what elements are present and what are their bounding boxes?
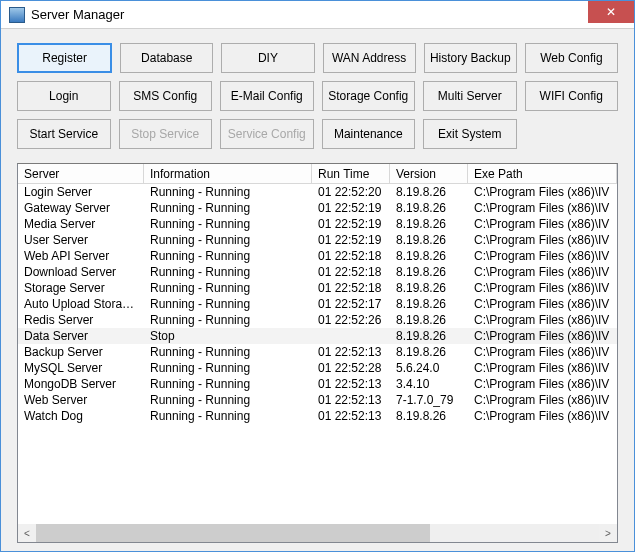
cell-version: 8.19.8.26 bbox=[390, 232, 468, 248]
table-row[interactable]: Storage ServerRunning - Running01 22:52:… bbox=[18, 280, 617, 296]
start-service-button[interactable]: Start Service bbox=[17, 119, 111, 149]
cell-version: 8.19.8.26 bbox=[390, 344, 468, 360]
button-row-2: LoginSMS ConfigE-Mail ConfigStorage Conf… bbox=[17, 81, 618, 111]
scroll-right-button[interactable]: > bbox=[599, 524, 617, 542]
chevron-left-icon: < bbox=[24, 528, 30, 539]
multi-server-button[interactable]: Multi Server bbox=[423, 81, 517, 111]
table-row[interactable]: Watch DogRunning - Running01 22:52:138.1… bbox=[18, 408, 617, 424]
button-label: History Backup bbox=[430, 51, 511, 65]
table-row[interactable]: Redis ServerRunning - Running01 22:52:26… bbox=[18, 312, 617, 328]
table-row[interactable]: Backup ServerRunning - Running01 22:52:1… bbox=[18, 344, 617, 360]
table-row[interactable]: Auto Upload Storage S...Running - Runnin… bbox=[18, 296, 617, 312]
exit-system-button[interactable]: Exit System bbox=[423, 119, 517, 149]
table-row[interactable]: User ServerRunning - Running01 22:52:198… bbox=[18, 232, 617, 248]
cell-server: Auto Upload Storage S... bbox=[18, 296, 144, 312]
table-row[interactable]: Data ServerStop8.19.8.26C:\Program Files… bbox=[18, 328, 617, 344]
cell-server: Web API Server bbox=[18, 248, 144, 264]
cell-version: 8.19.8.26 bbox=[390, 296, 468, 312]
wifi-config-button[interactable]: WIFI Config bbox=[525, 81, 619, 111]
table-row[interactable]: Download ServerRunning - Running01 22:52… bbox=[18, 264, 617, 280]
button-label: Maintenance bbox=[334, 127, 403, 141]
button-label: DIY bbox=[258, 51, 278, 65]
table-row[interactable]: Web ServerRunning - Running01 22:52:137-… bbox=[18, 392, 617, 408]
scroll-left-button[interactable]: < bbox=[18, 524, 36, 542]
col-exepath[interactable]: Exe Path bbox=[468, 164, 617, 183]
register-button[interactable]: Register bbox=[17, 43, 112, 73]
cell-runtime: 01 22:52:19 bbox=[312, 216, 390, 232]
stop-service-button: Stop Service bbox=[119, 119, 213, 149]
cell-exe: C:\Program Files (x86)\IV bbox=[468, 344, 617, 360]
col-version[interactable]: Version bbox=[390, 164, 468, 183]
e-mail-config-button[interactable]: E-Mail Config bbox=[220, 81, 314, 111]
cell-version: 8.19.8.26 bbox=[390, 200, 468, 216]
button-label: Service Config bbox=[228, 127, 306, 141]
scroll-track[interactable] bbox=[36, 524, 599, 542]
cell-version: 8.19.8.26 bbox=[390, 248, 468, 264]
cell-runtime: 01 22:52:13 bbox=[312, 376, 390, 392]
cell-server: Redis Server bbox=[18, 312, 144, 328]
table-row[interactable]: Web API ServerRunning - Running01 22:52:… bbox=[18, 248, 617, 264]
table-row[interactable]: MySQL ServerRunning - Running01 22:52:28… bbox=[18, 360, 617, 376]
col-server[interactable]: Server bbox=[18, 164, 144, 183]
storage-config-button[interactable]: Storage Config bbox=[322, 81, 416, 111]
cell-info: Running - Running bbox=[144, 184, 312, 200]
col-runtime[interactable]: Run Time bbox=[312, 164, 390, 183]
web-config-button[interactable]: Web Config bbox=[525, 43, 618, 73]
cell-info: Running - Running bbox=[144, 392, 312, 408]
wan-address-button[interactable]: WAN Address bbox=[323, 43, 416, 73]
cell-version: 8.19.8.26 bbox=[390, 280, 468, 296]
cell-info: Stop bbox=[144, 328, 312, 344]
history-backup-button[interactable]: History Backup bbox=[424, 43, 517, 73]
cell-info: Running - Running bbox=[144, 376, 312, 392]
cell-runtime: 01 22:52:19 bbox=[312, 232, 390, 248]
button-label: WIFI Config bbox=[540, 89, 603, 103]
cell-version: 3.4.10 bbox=[390, 376, 468, 392]
scroll-thumb[interactable] bbox=[36, 524, 430, 542]
service-config-button: Service Config bbox=[220, 119, 314, 149]
cell-version: 5.6.24.0 bbox=[390, 360, 468, 376]
table-row[interactable]: Gateway ServerRunning - Running01 22:52:… bbox=[18, 200, 617, 216]
cell-info: Running - Running bbox=[144, 216, 312, 232]
sms-config-button[interactable]: SMS Config bbox=[119, 81, 213, 111]
button-row-3: Start ServiceStop ServiceService ConfigM… bbox=[17, 119, 618, 149]
database-button[interactable]: Database bbox=[120, 43, 213, 73]
cell-info: Running - Running bbox=[144, 232, 312, 248]
cell-version: 8.19.8.26 bbox=[390, 328, 468, 344]
login-button[interactable]: Login bbox=[17, 81, 111, 111]
cell-server: Gateway Server bbox=[18, 200, 144, 216]
col-information[interactable]: Information bbox=[144, 164, 312, 183]
cell-server: Backup Server bbox=[18, 344, 144, 360]
app-icon bbox=[9, 7, 25, 23]
cell-version: 8.19.8.26 bbox=[390, 408, 468, 424]
cell-server: Download Server bbox=[18, 264, 144, 280]
cell-version: 8.19.8.26 bbox=[390, 184, 468, 200]
close-icon: ✕ bbox=[606, 5, 616, 19]
maintenance-button[interactable]: Maintenance bbox=[322, 119, 416, 149]
cell-exe: C:\Program Files (x86)\IV bbox=[468, 408, 617, 424]
horizontal-scrollbar[interactable]: < > bbox=[18, 524, 617, 542]
cell-exe: C:\Program Files (x86)\IV bbox=[468, 200, 617, 216]
cell-exe: C:\Program Files (x86)\IV bbox=[468, 312, 617, 328]
table-row[interactable]: MongoDB ServerRunning - Running01 22:52:… bbox=[18, 376, 617, 392]
table-row[interactable]: Login ServerRunning - Running01 22:52:20… bbox=[18, 184, 617, 200]
cell-info: Running - Running bbox=[144, 280, 312, 296]
table-body: Login ServerRunning - Running01 22:52:20… bbox=[18, 184, 617, 524]
cell-exe: C:\Program Files (x86)\IV bbox=[468, 216, 617, 232]
cell-server: User Server bbox=[18, 232, 144, 248]
cell-server: Media Server bbox=[18, 216, 144, 232]
cell-version: 8.19.8.26 bbox=[390, 312, 468, 328]
cell-info: Running - Running bbox=[144, 408, 312, 424]
server-table: Server Information Run Time Version Exe … bbox=[17, 163, 618, 543]
cell-info: Running - Running bbox=[144, 344, 312, 360]
table-header: Server Information Run Time Version Exe … bbox=[18, 164, 617, 184]
cell-info: Running - Running bbox=[144, 312, 312, 328]
titlebar: Server Manager ✕ bbox=[1, 1, 634, 29]
close-button[interactable]: ✕ bbox=[588, 1, 634, 23]
diy-button[interactable]: DIY bbox=[221, 43, 314, 73]
table-row[interactable]: Media ServerRunning - Running01 22:52:19… bbox=[18, 216, 617, 232]
button-row-1: RegisterDatabaseDIYWAN AddressHistory Ba… bbox=[17, 43, 618, 73]
cell-exe: C:\Program Files (x86)\IV bbox=[468, 376, 617, 392]
cell-runtime: 01 22:52:18 bbox=[312, 264, 390, 280]
cell-version: 8.19.8.26 bbox=[390, 264, 468, 280]
cell-server: Storage Server bbox=[18, 280, 144, 296]
